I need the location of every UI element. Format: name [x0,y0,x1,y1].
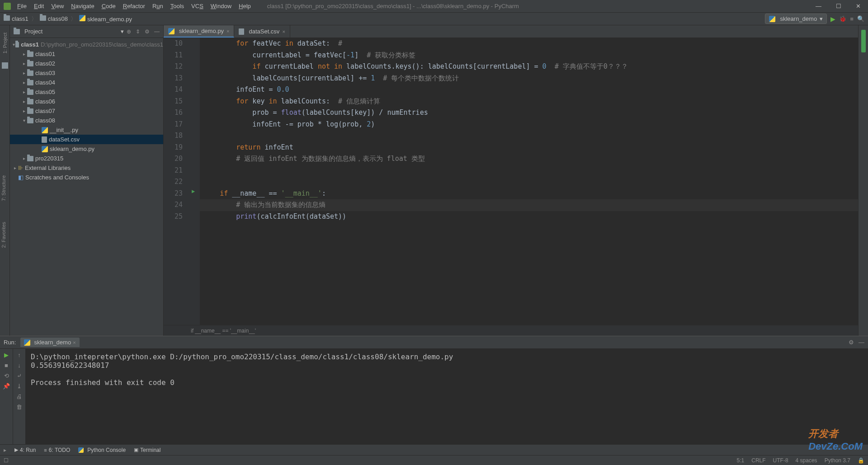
console-output[interactable]: D:\python_intepreter\python.exe D:/pytho… [25,349,868,444]
debug-button[interactable]: 🐞 [839,15,846,22]
folder-icon [27,61,33,66]
tab-project[interactable]: 1: Project [1,29,9,57]
gear-icon[interactable]: ⚙ [145,28,150,35]
tree-file[interactable]: sklearn_demo.py [10,144,163,154]
tree-folder[interactable]: class04 [10,78,163,87]
nav-bar: class1 〉 class08 〉 sklearn_demo.py sklea… [0,13,868,25]
crumb-folder[interactable]: class08 [40,15,68,22]
window-controls: — ☐ ✕ [812,3,864,9]
tree-folder[interactable]: class01 [10,49,163,59]
tab-python-console[interactable]: Python Console [78,447,126,453]
python-icon [769,16,775,22]
hide-icon[interactable]: — [859,339,864,346]
tree-folder[interactable]: class05 [10,87,163,97]
menu-help[interactable]: Help [236,2,254,10]
menu-tools[interactable]: Tools [168,2,187,10]
main-area: 1: Project Project ▾ ⊕ ⇕ ⚙ — class1 D:\p… [0,25,868,336]
run-config-name: sklearn_demo [34,339,71,346]
run-controls: ▶ ■ ⟲ 📌 [0,349,13,444]
close-button[interactable]: ✕ [852,3,864,9]
menu-navigate[interactable]: Navigate [68,2,97,10]
status-python[interactable]: Python 3.7 [825,457,850,464]
down-icon[interactable]: ↓ [18,362,21,369]
collapse-all-icon[interactable]: ⇕ [136,28,140,35]
menu-window[interactable]: Window [208,2,234,10]
editor-tab[interactable]: dataSet.csv × [234,25,290,38]
restore-layout-icon[interactable]: ⟲ [4,372,9,379]
tree-folder[interactable]: class03 [10,68,163,78]
file-icon [239,28,244,35]
code-breadcrumb[interactable]: if __name__ == '__main__' [164,325,858,336]
close-icon[interactable]: × [282,29,285,34]
stop-button[interactable]: ■ [850,15,854,22]
run-panel: Run: sklearn_demo × ⚙ — ▶ ■ ⟲ 📌 ↑ ↓ ⤶ ⤓ … [0,336,868,444]
chevron-icon: 〉 [71,15,76,23]
tree-file-selected[interactable]: dataSet.csv [10,135,163,144]
tab-terminal[interactable]: ▣Terminal [134,447,160,453]
code-editor[interactable]: 10111213141516171819202122232425 ▶ for f… [164,38,858,325]
search-icon[interactable]: 🔍 [857,15,864,22]
tab-structure[interactable]: 7: Structure [0,172,7,205]
pin-icon[interactable]: 📌 [3,383,10,390]
show-tool-windows-icon[interactable]: ▸ [4,447,6,453]
chevron-down-icon: ▾ [820,15,823,22]
tab-todo[interactable]: ≡6: TODO [44,447,70,453]
menu-code[interactable]: Code [99,2,118,10]
maximize-button[interactable]: ☐ [832,3,845,9]
up-icon[interactable]: ↑ [18,352,21,358]
menu-file[interactable]: File [14,2,29,10]
gutter-marks[interactable]: ▶ [191,38,200,325]
folder-icon[interactable] [2,62,8,69]
stop-icon[interactable]: ■ [5,362,8,369]
status-lock-icon[interactable]: 🔒 [858,457,864,464]
file-icon [42,136,47,143]
menu-vcs[interactable]: VCS [189,2,206,10]
soft-wrap-icon[interactable]: ⤶ [17,372,22,379]
editor-tab-active[interactable]: sklearn_demo.py × [164,25,234,38]
crumb-root[interactable]: class1 [4,15,28,22]
code-content[interactable]: for featVec in dataSet: # currentLabel =… [200,38,858,325]
project-tree[interactable]: class1 D:\python_pro_omo220315\class_dem… [10,38,163,336]
folder-icon [27,99,33,104]
minimize-button[interactable]: — [812,3,825,9]
status-icon[interactable]: ☐ [4,457,9,464]
app-icon [4,3,11,10]
scroll-to-end-icon[interactable]: ⤓ [17,383,22,390]
tab-favorites[interactable]: 2: Favorites [0,218,7,251]
trash-icon[interactable]: 🗑 [16,404,22,410]
analysis-indicator[interactable] [861,30,866,52]
status-position[interactable]: 5:1 [737,457,745,464]
print-icon[interactable]: 🖨 [16,393,22,400]
menu-edit[interactable]: Edit [31,2,47,10]
close-icon[interactable]: × [73,340,75,345]
menu-view[interactable]: View [48,2,66,10]
tree-folder[interactable]: class06 [10,97,163,106]
hide-icon[interactable]: — [154,28,160,35]
tree-folder-class08[interactable]: class08 [10,116,163,125]
run-config-tab[interactable]: sklearn_demo × [20,338,79,347]
tree-folder[interactable]: class02 [10,59,163,68]
run-gutter-icon[interactable]: ▶ [192,188,195,194]
folder-icon [27,108,33,114]
gutter[interactable]: 10111213141516171819202122232425 [164,38,191,325]
crumb-file[interactable]: sklearn_demo.py [79,15,132,23]
run-button[interactable]: ▶ [830,15,835,23]
tab-run[interactable]: ▶4: Run [14,447,36,453]
status-line-sep[interactable]: CRLF [751,457,765,464]
tree-folder[interactable]: class07 [10,106,163,116]
tree-file[interactable]: __init__.py [10,125,163,135]
scroll-from-source-icon[interactable]: ⊕ [127,28,131,35]
chevron-down-icon[interactable]: ▾ [121,28,124,35]
tree-external-libraries[interactable]: ⊪External Libraries [10,163,163,173]
close-icon[interactable]: × [226,28,229,34]
run-config-selector[interactable]: sklearn_demo ▾ [765,14,827,24]
gear-icon[interactable]: ⚙ [849,339,854,346]
menu-run[interactable]: Run [150,2,166,10]
status-indent[interactable]: 4 spaces [796,457,817,464]
tree-scratches[interactable]: ◧Scratches and Consoles [10,173,163,182]
rerun-icon[interactable]: ▶ [4,352,9,358]
status-encoding[interactable]: UTF-8 [773,457,788,464]
tree-root[interactable]: class1 D:\python_pro_omo220315\class_dem… [10,40,163,49]
menu-refactor[interactable]: Refactor [120,2,148,10]
tree-folder[interactable]: pro220315 [10,154,163,163]
